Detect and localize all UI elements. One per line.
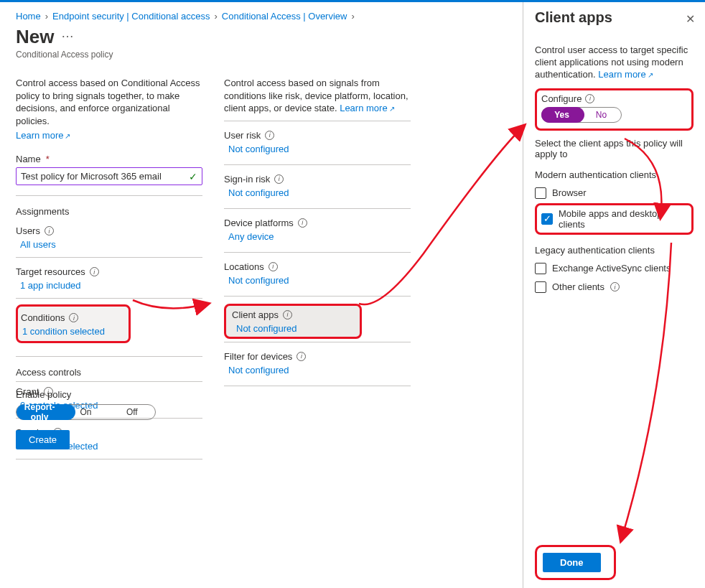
col2-intro: Control access based on signals from con… <box>224 77 411 115</box>
enable-policy-label: Enable policy <box>16 389 202 400</box>
page-subtitle: Conditional Access policy <box>16 50 517 60</box>
info-icon: i <box>585 94 594 103</box>
toggle-no[interactable]: No <box>582 110 621 120</box>
breadcrumb-endpoint[interactable]: Endpoint security | Conditional access <box>52 11 210 22</box>
done-box-highlighted: Done <box>535 545 616 580</box>
external-link-icon: ↗ <box>389 105 395 113</box>
close-icon[interactable]: ✕ <box>686 12 695 26</box>
info-icon: i <box>274 174 284 184</box>
learn-more-link[interactable]: Learn more↗ <box>340 103 394 113</box>
external-link-icon: ↗ <box>65 132 70 140</box>
configure-box-highlighted: Configurei Yes No <box>535 88 694 131</box>
toggle-yes[interactable]: Yes <box>542 110 582 120</box>
name-input[interactable]: Test policy for Microsoft 365 email ✓ <box>16 167 202 185</box>
col1-intro: Control access based on Conditional Acce… <box>16 77 202 127</box>
locations-row[interactable]: Locationsi Not configured <box>224 253 411 297</box>
conditions-value[interactable]: 1 condition selected <box>18 323 123 338</box>
chevron-right-icon: › <box>351 11 354 22</box>
other-clients-checkbox-row[interactable]: Other clients i <box>535 281 694 293</box>
target-value[interactable]: 1 app included <box>16 277 202 298</box>
legacy-auth-heading: Legacy authentication clients <box>535 245 694 256</box>
checkbox-unchecked-icon[interactable] <box>535 187 546 199</box>
target-row[interactable]: Target resourcesi <box>16 258 202 277</box>
done-button[interactable]: Done <box>543 553 601 572</box>
breadcrumb-overview[interactable]: Conditional Access | Overview <box>222 11 347 22</box>
external-link-icon: ↗ <box>648 71 653 79</box>
breadcrumb-home[interactable]: Home <box>16 11 41 22</box>
info-icon: i <box>298 218 307 228</box>
mobile-apps-highlighted: ✓ Mobile apps and desktop clients <box>535 203 694 235</box>
info-icon: i <box>69 313 78 322</box>
enable-policy-toggle[interactable]: Report-only On Off <box>16 404 156 420</box>
user-risk-row[interactable]: User riski Not configured <box>224 121 411 165</box>
info-icon: i <box>90 267 99 276</box>
checkbox-checked-icon[interactable]: ✓ <box>541 213 553 225</box>
info-icon: i <box>45 226 54 235</box>
create-button[interactable]: Create <box>16 430 70 449</box>
name-label: Name* <box>16 154 202 164</box>
more-icon[interactable]: … <box>61 26 74 40</box>
eas-checkbox-row[interactable]: Exchange ActiveSync clients <box>535 263 694 274</box>
filter-devices-row[interactable]: Filter for devicesi Not configured <box>224 342 411 386</box>
breadcrumb: Home › Endpoint security | Conditional a… <box>16 11 517 22</box>
info-icon: i <box>269 262 278 271</box>
info-icon: i <box>265 131 274 140</box>
learn-more-link[interactable]: Learn more↗ <box>598 69 653 80</box>
mobile-apps-checkbox-row[interactable]: ✓ Mobile apps and desktop clients <box>541 208 687 230</box>
access-controls-heading: Access controls <box>16 357 202 378</box>
conditions-row-highlighted[interactable]: Conditionsi 1 condition selected <box>16 304 131 343</box>
device-platforms-row[interactable]: Device platformsi Any device <box>224 209 411 253</box>
chevron-right-icon: › <box>214 11 217 22</box>
toggle-report-only[interactable]: Report-only <box>17 402 62 422</box>
select-apps-text: Select the client apps this policy will … <box>535 138 694 159</box>
signin-risk-row[interactable]: Sign-in riski Not configured <box>224 165 411 209</box>
client-apps-panel: Client apps ✕ Control user access to tar… <box>523 2 705 588</box>
check-icon: ✓ <box>189 171 197 182</box>
checkbox-unchecked-icon[interactable] <box>535 281 546 293</box>
modern-auth-heading: Modern authentication clients <box>535 169 694 180</box>
page-title: New <box>16 26 54 48</box>
panel-intro: Control user access to target specific c… <box>535 45 694 81</box>
users-value[interactable]: All users <box>16 236 202 257</box>
configure-label: Configurei <box>541 93 687 104</box>
info-icon: i <box>610 282 620 291</box>
checkbox-unchecked-icon[interactable] <box>535 263 546 274</box>
browser-checkbox-row[interactable]: Browser <box>535 187 694 199</box>
assignments-heading: Assignments <box>16 196 202 217</box>
panel-title: Client apps <box>535 9 694 26</box>
learn-more-link[interactable]: Learn more↗ <box>16 130 70 141</box>
client-apps-row-highlighted[interactable]: Client appsi Not configured <box>224 304 362 339</box>
info-icon: i <box>283 310 292 319</box>
toggle-off[interactable]: Off <box>109 407 155 417</box>
users-row[interactable]: Usersi <box>16 217 202 236</box>
toggle-on[interactable]: On <box>62 407 108 417</box>
info-icon: i <box>297 352 306 361</box>
configure-toggle[interactable]: Yes No <box>541 107 622 123</box>
chevron-right-icon: › <box>45 11 48 22</box>
